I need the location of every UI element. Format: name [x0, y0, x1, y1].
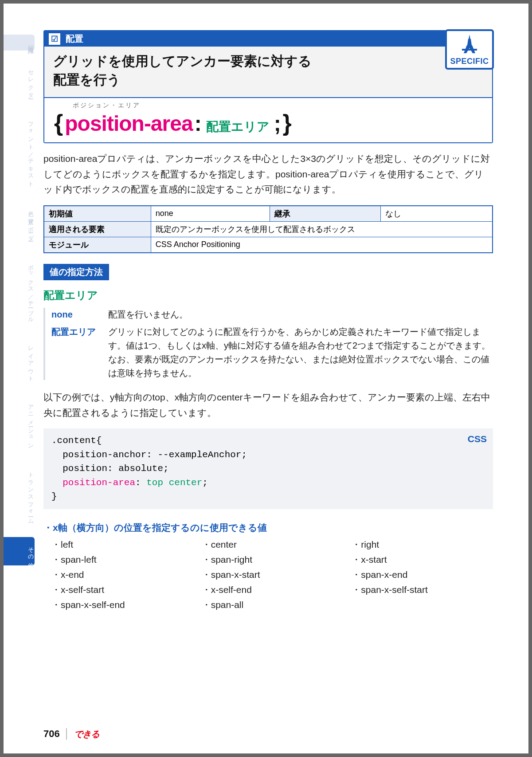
table-row: モジュール CSS Anchor Positioning: [44, 237, 493, 253]
sidebar-tab[interactable]: レイアウト: [4, 336, 35, 386]
example-intro: 以下の例では、y軸方向のtop、x軸方向のcenterキーワードを組み合わせて、…: [43, 390, 493, 420]
colon: :: [195, 111, 202, 136]
table-row: 初期値 none 継承 なし: [44, 206, 493, 222]
definition-row: none 配置を行いません。: [51, 308, 493, 322]
axis-value: span-x-start: [202, 569, 343, 581]
axis-value: x-start: [352, 553, 493, 566]
check-icon: ☑: [49, 33, 60, 45]
definition-desc: 配置を行いません。: [108, 308, 493, 322]
intro-paragraph: position-areaプロパティは、アンカーボックスを中心とした3×3のグリ…: [43, 151, 493, 197]
value-placeholder: 配置エリア: [206, 118, 270, 135]
axis-value: x-self-end: [202, 584, 343, 596]
code-language-label: CSS: [468, 432, 487, 446]
brace-close: }: [283, 110, 292, 136]
axis-value: x-end: [51, 569, 193, 581]
axis-value: span-x-self-end: [51, 599, 193, 611]
axis-value: span-x-end: [352, 569, 493, 581]
page-footer: 706 できる: [43, 728, 99, 740]
x-axis-heading: ・x軸（横方向）の位置を指定するのに使用できる値: [43, 522, 493, 534]
sidebar-tab[interactable]: セレクター: [4, 59, 35, 103]
axis-value: left: [51, 538, 193, 551]
definition-term: none: [51, 308, 100, 322]
code-line: }: [51, 490, 485, 504]
axis-value: span-all: [202, 599, 343, 611]
axis-value: span-left: [51, 553, 193, 566]
code-block: CSS .content{ position-anchor: --example…: [43, 428, 493, 509]
th-module: モジュール: [44, 237, 151, 253]
sidebar-tab[interactable]: 色／背景／ボーダー: [4, 200, 35, 245]
specific-badge: SPECIFIC: [445, 29, 494, 70]
code-line: position: absolute;: [51, 462, 485, 476]
definition-row: 配置エリア グリッドに対してどのように配置を行うかを、あらかじめ定義されたキーワ…: [51, 325, 493, 380]
td-initial: none: [151, 206, 270, 222]
category-bar: ☑ 配置: [44, 31, 492, 47]
subsection-heading: 配置エリア: [43, 288, 493, 302]
code-line: .content{: [51, 434, 485, 448]
semicolon: ;: [274, 111, 281, 136]
property-header: ☑ 配置 SPECIFIC グリッドを使用してアンカー要素に対する 配置を行う …: [43, 30, 493, 143]
code-line: position-area: top center;: [51, 476, 485, 490]
code-line: position-anchor: --exampleAnchor;: [51, 448, 485, 462]
axis-value: x-self-start: [51, 584, 193, 596]
brace-open: {: [54, 110, 63, 136]
td-inherit: なし: [380, 206, 493, 222]
page-title: グリッドを使用してアンカー要素に対する 配置を行う: [44, 47, 492, 97]
ruby-reading: ポジション・エリア: [73, 102, 482, 110]
td-module: CSS Anchor Positioning: [151, 237, 493, 253]
brand-logo: できる: [74, 728, 99, 740]
th-initial: 初期値: [44, 206, 151, 222]
sidebar-tab-active[interactable]: その他: [4, 537, 35, 565]
axis-value: center: [202, 538, 343, 551]
sidebar-tab[interactable]: 関連知識: [4, 35, 35, 51]
category-label: 配置: [66, 33, 83, 45]
sidebar-tab[interactable]: アニメーション: [4, 395, 35, 453]
axis-value: span-right: [202, 553, 343, 566]
sidebar-tab[interactable]: ボックス／テーブル: [4, 254, 35, 327]
eiffel-icon: [449, 34, 490, 57]
axis-value: right: [352, 538, 493, 551]
definition-list: none 配置を行いません。 配置エリア グリッドに対してどのように配置を行うか…: [43, 308, 493, 380]
badge-label: SPECIFIC: [449, 57, 490, 66]
th-applies: 適用される要素: [44, 221, 151, 237]
property-name: position-area: [65, 111, 192, 136]
page-number: 706: [43, 728, 67, 740]
sidebar-tab[interactable]: トランスフォーム: [4, 462, 35, 528]
section-heading: 値の指定方法: [43, 264, 109, 280]
x-axis-value-grid: left center right span-left span-right x…: [43, 538, 493, 611]
th-inherit: 継承: [270, 206, 380, 222]
table-row: 適用される要素 既定のアンカーボックスを使用して配置されるボックス: [44, 221, 493, 237]
definition-desc: グリッドに対してどのように配置を行うかを、あらかじめ定義されたキーワード値で指定…: [108, 325, 493, 380]
definition-term: 配置エリア: [51, 325, 100, 380]
syntax-box: ポジション・エリア { position-area : 配置エリア ; }: [44, 97, 492, 142]
property-table: 初期値 none 継承 なし 適用される要素 既定のアンカーボックスを使用して配…: [43, 205, 493, 253]
page: 関連知識 セレクター フォント／テキスト 色／背景／ボーダー ボックス／テーブル…: [4, 4, 528, 753]
sidebar-tab[interactable]: フォント／テキスト: [4, 112, 35, 191]
td-applies: 既定のアンカーボックスを使用して配置されるボックス: [151, 221, 493, 237]
axis-value: span-x-self-start: [352, 584, 493, 596]
sidebar-tabs: 関連知識 セレクター フォント／テキスト 色／背景／ボーダー ボックス／テーブル…: [4, 35, 35, 574]
